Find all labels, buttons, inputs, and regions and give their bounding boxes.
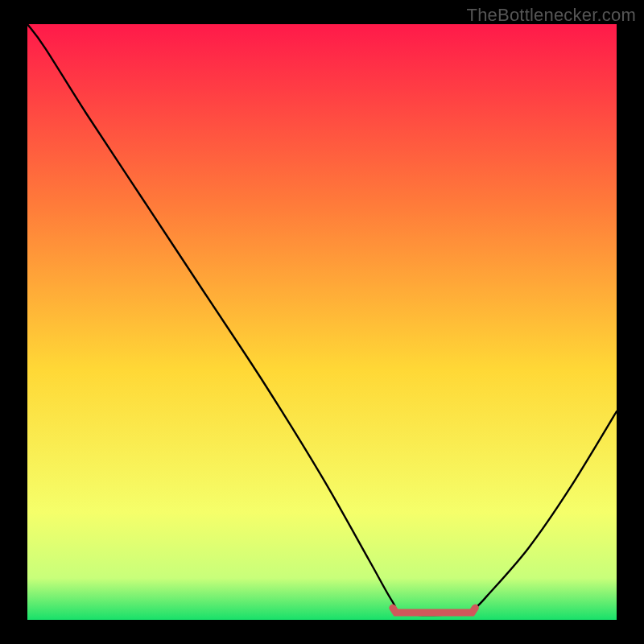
chart-frame: TheBottlenecker.com — [0, 0, 644, 644]
plot-area — [27, 24, 617, 620]
watermark-text: TheBottlenecker.com — [467, 5, 636, 26]
bottleneck-chart — [27, 24, 617, 620]
gradient-background — [27, 24, 617, 620]
